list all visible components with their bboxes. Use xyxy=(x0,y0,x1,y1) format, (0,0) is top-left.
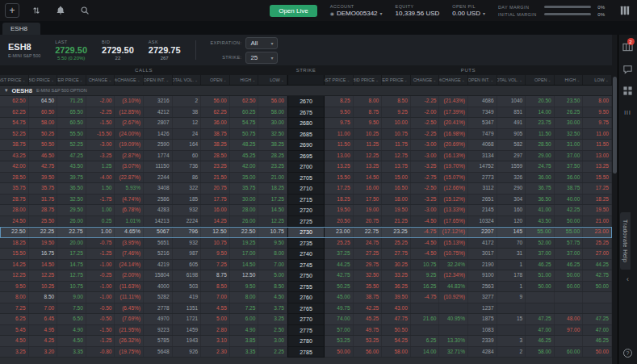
put-cell[interactable]: 17.25 xyxy=(583,183,612,194)
call-cell[interactable]: (4.74%) xyxy=(115,195,144,205)
call-cell[interactable]: 12.50 xyxy=(230,270,259,281)
call-cell[interactable]: 4.50 xyxy=(57,336,86,346)
call-cell[interactable]: 796 xyxy=(173,227,202,237)
put-cell[interactable]: 42.25 xyxy=(555,205,584,215)
call-cell[interactable]: 3.35 xyxy=(230,347,259,358)
put-cell[interactable]: 160 xyxy=(497,205,526,215)
put-cell[interactable]: 27.25 xyxy=(354,249,383,259)
put-cell[interactable]: -4.75 xyxy=(411,227,440,237)
call-cell[interactable]: 9223 xyxy=(144,325,173,336)
put-cell[interactable]: 15.50 xyxy=(583,173,612,183)
call-cell[interactable]: (7.69%) xyxy=(115,314,144,324)
put-cell[interactable]: 47.75 xyxy=(382,314,411,324)
call-cell[interactable]: 6198 xyxy=(173,270,202,281)
put-cell[interactable]: 31.00 xyxy=(555,140,584,150)
column-header[interactable]: CHANGE⌄ xyxy=(86,75,115,85)
call-cell[interactable]: 3.00 xyxy=(258,336,287,346)
chain-row[interactable]: 62.2560.5065.50-2.25(12.85%)42123862.256… xyxy=(0,107,612,119)
put-cell[interactable]: 38.75 xyxy=(354,292,383,303)
scrollbar-thumb[interactable] xyxy=(613,77,617,174)
call-cell[interactable]: 12.25 xyxy=(0,270,29,281)
put-cell[interactable]: 57.00 xyxy=(325,325,354,336)
put-cell[interactable]: 23.25 xyxy=(382,227,411,237)
tab-esh8[interactable]: ESH8 xyxy=(2,23,40,35)
call-cell[interactable]: 12.25 xyxy=(258,216,287,227)
put-cell[interactable]: 38.75 xyxy=(555,183,584,194)
put-cell[interactable]: 10324 xyxy=(468,216,497,227)
put-cell[interactable]: 58.00 xyxy=(382,347,411,358)
put-cell[interactable] xyxy=(411,303,440,314)
put-cell[interactable]: -3.00 xyxy=(411,151,440,161)
put-cell[interactable]: 45.00 xyxy=(325,292,354,303)
call-cell[interactable]: 17.75 xyxy=(201,195,230,205)
put-cell[interactable]: (17.65%) xyxy=(439,216,468,227)
chain-row[interactable]: 28.5039.5039.75-4.00(22.87%)22448621.503… xyxy=(0,173,612,184)
call-cell[interactable]: 3.10 xyxy=(201,336,230,346)
put-cell[interactable]: -4.50 xyxy=(411,238,440,249)
call-cell[interactable]: 31.75 xyxy=(29,195,58,205)
call-cell[interactable]: (12.85%) xyxy=(115,107,144,118)
put-cell[interactable]: 50.00 xyxy=(325,347,354,358)
workspace-panel-button[interactable]: 2 xyxy=(622,41,634,52)
put-cell[interactable]: (10.92%) xyxy=(439,292,468,303)
put-cell[interactable]: 19.50 xyxy=(583,205,612,215)
column-header[interactable]: TOTAL VOL.⌄ xyxy=(173,75,202,85)
call-cell[interactable]: 18.25 xyxy=(0,238,29,249)
put-cell[interactable]: 13.25 xyxy=(354,161,383,172)
put-cell[interactable]: 50.00 xyxy=(555,270,584,281)
call-cell[interactable]: 20.00 xyxy=(57,238,86,249)
put-cell[interactable]: 30.00 xyxy=(555,118,584,128)
call-cell[interactable]: 736 xyxy=(173,161,202,172)
call-cell[interactable]: 1426 xyxy=(144,129,173,140)
call-cell[interactable]: 36.50 xyxy=(57,183,86,194)
put-cell[interactable]: 32.50 xyxy=(555,129,584,140)
put-cell[interactable]: 2190 xyxy=(468,260,497,270)
call-cell[interactable]: 19.50 xyxy=(29,238,58,249)
put-cell[interactable]: 11.50 xyxy=(325,140,354,150)
put-cell[interactable]: 42.75 xyxy=(325,270,354,281)
call-cell[interactable]: 3408 xyxy=(144,183,173,194)
call-cell[interactable]: 4.90 xyxy=(230,325,259,336)
put-cell[interactable]: 55.00 xyxy=(555,227,584,237)
call-cell[interactable]: 3216 xyxy=(144,96,173,107)
call-cell[interactable]: 1.00 xyxy=(86,227,115,237)
call-cell[interactable]: (21.95%) xyxy=(115,325,144,336)
call-cell[interactable]: 2.25 xyxy=(258,347,287,358)
call-cell[interactable]: 185 xyxy=(173,195,202,205)
put-cell[interactable]: 25.25 xyxy=(325,238,354,249)
call-cell[interactable]: 54.75 xyxy=(0,118,29,128)
call-cell[interactable]: -2.25 xyxy=(86,107,115,118)
call-cell[interactable]: 4.50 xyxy=(258,292,287,303)
call-cell[interactable]: 5282 xyxy=(144,292,173,303)
put-cell[interactable]: 11.75 xyxy=(382,140,411,150)
call-cell[interactable]: 3.20 xyxy=(29,347,58,358)
call-cell[interactable]: -4.00 xyxy=(86,173,115,183)
chain-row[interactable]: 18.2519.5020.00-0.75(3.95%)565193210.751… xyxy=(0,238,612,249)
put-cell[interactable]: 2207 xyxy=(468,227,497,237)
put-cell[interactable]: 37.25 xyxy=(325,249,354,259)
put-cell[interactable]: 16.00 xyxy=(354,183,383,194)
put-cell[interactable]: 297 xyxy=(497,151,526,161)
call-cell[interactable]: 28.75 xyxy=(0,195,29,205)
put-cell[interactable]: 22.75 xyxy=(354,227,383,237)
column-header[interactable]: HIGH⌄ xyxy=(230,75,259,85)
put-cell[interactable]: 13.00 xyxy=(583,151,612,161)
call-cell[interactable]: 8.00 xyxy=(0,292,29,303)
put-cell[interactable]: 24.75 xyxy=(526,161,555,172)
put-cell[interactable]: 56.00 xyxy=(354,347,383,358)
chain-row[interactable]: 7.257.007.50-0.50(6.45%)277813514.557.25… xyxy=(0,303,612,315)
call-cell[interactable]: 2586 xyxy=(144,195,173,205)
call-cell[interactable]: -2.00 xyxy=(86,96,115,107)
chain-row[interactable]: 12.2512.2512.75-0.25(2.00%)1580461988.75… xyxy=(0,270,612,282)
call-cell[interactable]: 11150 xyxy=(144,161,173,172)
put-cell[interactable]: 37.00 xyxy=(526,249,555,259)
call-cell[interactable]: 28.50 xyxy=(201,151,230,161)
call-cell[interactable]: 932 xyxy=(173,238,202,249)
call-cell[interactable]: 62.50 xyxy=(0,96,29,107)
put-cell[interactable]: 42.25 xyxy=(354,303,383,314)
call-cell[interactable]: 24 xyxy=(173,129,202,140)
chain-row[interactable]: 43.2546.5047.25-3.25(2.87%)17746028.5045… xyxy=(0,151,612,162)
put-cell[interactable]: 16.50 xyxy=(382,183,411,194)
call-cell[interactable]: 7.00 xyxy=(258,260,287,270)
put-cell[interactable]: -2.50 xyxy=(411,183,440,194)
